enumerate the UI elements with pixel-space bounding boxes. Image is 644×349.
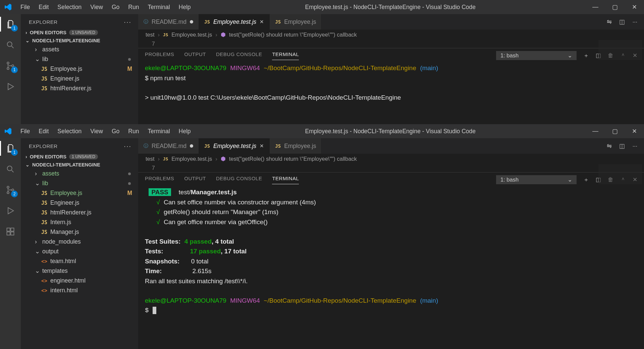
tab-label: Employee.js [284, 143, 316, 150]
panel-tab-terminal[interactable]: TERMINAL [272, 51, 299, 60]
tree-item[interactable]: ⌄lib [23, 54, 138, 64]
minimize-icon[interactable]: — [586, 128, 605, 135]
dirty-icon [190, 144, 193, 148]
tree-item[interactable]: JSManager.js [23, 227, 138, 237]
tree-item[interactable]: JSEngineer.js [23, 198, 138, 208]
tab-README-md[interactable]: ⓘREADME.md [138, 138, 199, 154]
panel-tab-output[interactable]: OUTPUT [184, 51, 206, 60]
tree-item[interactable]: JShtmlRenderer.js [23, 84, 138, 93]
more-icon[interactable]: ··· [632, 18, 637, 26]
open-editors-section[interactable]: ›OPEN EDITORS1 UNSAVED [21, 153, 138, 161]
menu-file[interactable]: File [16, 128, 34, 135]
more-icon[interactable]: ··· [124, 18, 131, 26]
minimap[interactable] [598, 164, 642, 184]
menu-selection[interactable]: Selection [53, 128, 86, 135]
explorer-icon[interactable]: 1 [4, 142, 16, 154]
menu-run[interactable]: Run [124, 128, 143, 135]
project-section[interactable]: ⌄NODECLI-TEMPLATEENGINE [21, 161, 138, 169]
close-tab-icon[interactable]: ✕ [260, 143, 264, 149]
menu-terminal[interactable]: Terminal [143, 4, 174, 11]
panel-tab-terminal[interactable]: TERMINAL [272, 176, 299, 184]
panel-tab-debug-console[interactable]: DEBUG CONSOLE [216, 51, 262, 60]
tree-label: templates [42, 267, 133, 275]
panel-tab-problems[interactable]: PROBLEMS [145, 51, 174, 60]
tree-item[interactable]: ›assets [23, 169, 138, 179]
editor-line[interactable]: 7 [138, 40, 644, 48]
menu-help[interactable]: Help [174, 4, 195, 11]
menu-run[interactable]: Run [124, 4, 143, 11]
more-icon[interactable]: ··· [124, 142, 131, 150]
tab-README-md[interactable]: ⓘREADME.md [138, 14, 199, 30]
vscode-logo-icon [0, 127, 16, 135]
new-terminal-icon[interactable]: ＋ [583, 52, 589, 59]
terminal-select[interactable]: 1: bash⌄ [496, 175, 577, 184]
panel-tab-debug-console[interactable]: DEBUG CONSOLE [216, 176, 262, 184]
split-icon[interactable]: ◫ [619, 143, 625, 150]
minimize-icon[interactable]: — [586, 3, 605, 11]
panel-tab-problems[interactable]: PROBLEMS [145, 176, 174, 184]
breadcrumb[interactable]: test› JSEmployee.test.js› ⬢test("getRole… [138, 154, 644, 164]
tab-Employee-js[interactable]: JSEmployee.js [270, 14, 322, 30]
source-control-icon[interactable]: 1 [4, 60, 16, 72]
menu-help[interactable]: Help [174, 128, 195, 135]
search-icon[interactable] [4, 163, 16, 175]
js-file-icon: JS [41, 66, 48, 72]
tree-item[interactable]: JShtmlRenderer.js [23, 208, 138, 217]
maximize-icon[interactable]: ▢ [605, 128, 625, 135]
tree-item[interactable]: ⌄lib [23, 179, 138, 188]
tree-item[interactable]: JSEmployee.jsM [23, 64, 138, 74]
tab-Employee-js[interactable]: JSEmployee.js [270, 138, 322, 154]
tree-item[interactable]: ›assets [23, 45, 138, 54]
menu-go[interactable]: Go [107, 4, 124, 11]
extensions-icon[interactable] [4, 226, 16, 238]
breadcrumb[interactable]: test› JSEmployee.test.js› ⬢test("getRole… [138, 30, 644, 40]
tree-label: Manager.js [50, 229, 133, 236]
maximize-icon[interactable]: ▢ [605, 3, 625, 11]
close-icon[interactable]: ✕ [625, 128, 644, 135]
debug-icon[interactable] [4, 205, 16, 217]
more-icon[interactable]: ··· [632, 143, 637, 150]
tree-item[interactable]: <>team.html [23, 256, 138, 266]
tree-item[interactable]: ⌄output [23, 247, 138, 256]
panel-tab-output[interactable]: OUTPUT [184, 176, 206, 184]
explorer-icon[interactable]: 1 [4, 18, 16, 30]
tree-item[interactable]: ⌄templates [23, 266, 138, 276]
terminal-select[interactable]: 1: bash⌄ [496, 51, 577, 60]
tree-item[interactable]: <>engineer.html [23, 276, 138, 286]
tree-label: Engineer.js [50, 75, 133, 82]
titlebar-top: FileEditSelectionViewGoRunTerminalHelp E… [0, 0, 644, 14]
menu-view[interactable]: View [86, 128, 107, 135]
menu-terminal[interactable]: Terminal [143, 128, 174, 135]
split-icon[interactable]: ◫ [619, 18, 625, 26]
menu-edit[interactable]: Edit [34, 128, 53, 135]
menu-view[interactable]: View [86, 4, 107, 11]
tab-Employee-test-js[interactable]: JSEmployee.test.js✕ [199, 14, 270, 30]
terminal[interactable]: ekele@LAPTOP-30OUNA79 MINGW64 ~/BootCamp… [138, 60, 644, 124]
tree-item[interactable]: <>intern.html [23, 286, 138, 295]
close-tab-icon[interactable]: ✕ [260, 19, 264, 25]
modified-badge: M [127, 190, 133, 197]
git-dot-icon [128, 182, 131, 185]
menu-edit[interactable]: Edit [34, 4, 53, 11]
menu-file[interactable]: File [16, 4, 34, 11]
minimap[interactable] [598, 40, 642, 60]
editor-line[interactable]: 7 [138, 164, 644, 172]
tree-item[interactable]: JSEmployee.jsM [23, 188, 138, 198]
tab-Employee-test-js[interactable]: JSEmployee.test.js✕ [199, 138, 270, 154]
tree-item[interactable]: ›node_modules [23, 237, 138, 247]
tree-item[interactable]: JSIntern.js [23, 217, 138, 227]
tree-item[interactable]: JSEngineer.js [23, 74, 138, 84]
open-editors-section[interactable]: ›OPEN EDITORS1 UNSAVED [21, 29, 138, 37]
menu-go[interactable]: Go [107, 128, 124, 135]
compare-icon[interactable]: ⇋ [607, 18, 612, 26]
svg-point-6 [7, 192, 9, 194]
source-control-icon[interactable]: 2 [4, 184, 16, 196]
menu-selection[interactable]: Selection [53, 4, 86, 11]
new-terminal-icon[interactable]: ＋ [583, 176, 589, 184]
close-icon[interactable]: ✕ [625, 3, 644, 11]
search-icon[interactable] [4, 39, 16, 51]
compare-icon[interactable]: ⇋ [607, 143, 612, 150]
terminal[interactable]: PASS test/Manager.test.js √ Can set offi… [138, 184, 644, 349]
debug-icon[interactable] [4, 81, 16, 93]
project-section[interactable]: ⌄NODECLI-TEMPLATEENGINE [21, 37, 138, 45]
